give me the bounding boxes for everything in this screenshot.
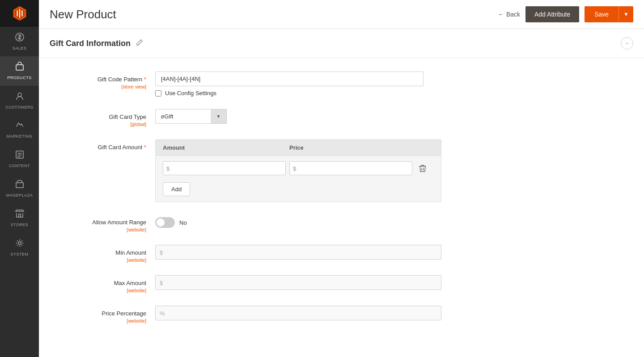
- sidebar-item-marketing-label: MARKETING: [6, 134, 32, 139]
- sidebar-item-system[interactable]: SYSTEM: [0, 233, 39, 262]
- svg-point-4: [18, 242, 21, 244]
- collapse-section-button[interactable]: −: [621, 37, 633, 50]
- gift-card-type-label-group: Gift Card Type [global]: [57, 109, 155, 127]
- price-percentage-scope: [website]: [57, 318, 146, 323]
- svg-rect-1: [16, 65, 23, 70]
- gift-card-type-scope: [global]: [57, 122, 146, 127]
- gift-card-amount-row: Gift Card Amount Amount Price $: [57, 139, 626, 202]
- gift-card-type-label: Gift Card Type: [109, 113, 146, 120]
- sidebar-item-products[interactable]: PRODUCTS: [0, 56, 39, 86]
- sidebar-item-products-label: PRODUCTS: [7, 76, 32, 80]
- min-amount-label: Min Amount: [115, 249, 146, 256]
- content-icon: [15, 150, 25, 162]
- sidebar-item-stores[interactable]: STORES: [0, 203, 39, 233]
- sidebar-item-customers[interactable]: CUSTOMERS: [0, 86, 39, 115]
- min-amount-scope: [website]: [57, 257, 146, 263]
- price-input-1[interactable]: [289, 161, 412, 175]
- sidebar-item-mageplaza[interactable]: MAGEPLAZA: [0, 174, 39, 203]
- save-dropdown-button[interactable]: ▼: [619, 6, 633, 22]
- min-amount-label-group: Min Amount [website]: [57, 245, 155, 263]
- pencil-icon: [136, 39, 143, 46]
- svg-point-2: [18, 93, 21, 97]
- amount-table-body: $ $: [156, 156, 441, 202]
- page-content: Gift Card Information − Gift Code Patter…: [39, 29, 644, 357]
- add-amount-button[interactable]: Add: [163, 182, 190, 196]
- section-title-group: Gift Card Information: [50, 39, 143, 48]
- sidebar-item-sales-label: SALES: [13, 46, 27, 51]
- min-amount-input-wrapper: $: [155, 245, 441, 260]
- price-percentage-input[interactable]: [155, 306, 441, 320]
- sidebar-item-mageplaza-label: MAGEPLAZA: [6, 193, 33, 198]
- min-amount-field: $: [155, 245, 626, 260]
- price-percentage-row: Price Percentage [website] %: [57, 306, 626, 323]
- max-amount-input-wrapper: $: [155, 275, 441, 290]
- max-amount-label: Max Amount: [114, 280, 146, 286]
- sidebar-item-content[interactable]: CONTENT: [0, 144, 39, 174]
- max-amount-row: Max Amount [website] $: [57, 275, 626, 293]
- edit-section-button[interactable]: [136, 39, 143, 48]
- delete-amount-row-1-button[interactable]: [416, 162, 429, 175]
- use-config-checkbox[interactable]: [155, 90, 161, 97]
- use-config-row: Use Config Settings: [155, 90, 626, 97]
- gift-card-amount-field: Amount Price $ $: [155, 139, 626, 202]
- amount-table: Amount Price $ $: [155, 139, 441, 202]
- main-area: New Product ← Back Add Attribute Save ▼ …: [39, 0, 644, 357]
- sidebar: SALES PRODUCTS CUSTOMERS MARKETING CONTE…: [0, 0, 39, 357]
- amount-col-header: Amount: [163, 144, 286, 151]
- sidebar-item-content-label: CONTENT: [9, 164, 30, 168]
- page-header: New Product ← Back Add Attribute Save ▼: [39, 0, 644, 29]
- price-percentage-label-group: Price Percentage [website]: [57, 306, 155, 323]
- price-col-header: Price: [289, 144, 412, 151]
- add-attribute-button[interactable]: Add Attribute: [525, 6, 579, 22]
- gift-code-pattern-scope: [store view]: [57, 84, 146, 89]
- amount-input-1[interactable]: [163, 161, 286, 175]
- sidebar-item-marketing[interactable]: MARKETING: [0, 115, 39, 144]
- back-arrow-icon: ←: [498, 11, 504, 18]
- header-actions: ← Back Add Attribute Save ▼: [498, 6, 633, 22]
- gift-card-type-row: Gift Card Type [global] Virtual Physical…: [57, 109, 626, 127]
- use-config-label[interactable]: Use Config Settings: [165, 90, 216, 97]
- min-amount-input[interactable]: [155, 245, 441, 260]
- gift-card-amount-label-group: Gift Card Amount: [57, 139, 155, 151]
- toggle-text: No: [179, 219, 187, 226]
- gift-code-pattern-input[interactable]: [155, 71, 424, 86]
- gift-card-amount-label: Gift Card Amount: [98, 144, 146, 151]
- gift-card-type-field: Virtual Physical Combined eGift ▼: [155, 109, 626, 124]
- sidebar-item-system-label: SYSTEM: [10, 252, 28, 257]
- price-percentage-field: %: [155, 306, 626, 320]
- section-title: Gift Card Information: [50, 39, 131, 48]
- amount-table-header: Amount Price: [156, 140, 441, 156]
- allow-amount-range-scope: [website]: [57, 227, 146, 232]
- toggle-slider: [155, 217, 175, 228]
- sales-icon: [15, 32, 25, 44]
- amount-input-wrapper-1: $: [163, 161, 286, 175]
- allow-amount-range-toggle[interactable]: [155, 217, 175, 228]
- section-header: Gift Card Information −: [39, 29, 644, 58]
- max-amount-field: $: [155, 275, 626, 290]
- sidebar-item-sales[interactable]: SALES: [0, 27, 39, 56]
- sidebar-item-stores-label: STORES: [11, 223, 29, 227]
- chevron-down-icon: ▼: [623, 11, 629, 17]
- price-percentage-label: Price Percentage: [102, 310, 146, 317]
- min-amount-row: Min Amount [website] $: [57, 245, 626, 263]
- trash-icon: [419, 164, 426, 172]
- gift-card-type-select[interactable]: Virtual Physical Combined eGift: [155, 109, 227, 124]
- gift-card-type-select-wrapper: Virtual Physical Combined eGift ▼: [155, 109, 227, 124]
- max-amount-scope: [website]: [57, 288, 146, 293]
- save-button[interactable]: Save: [585, 6, 619, 22]
- gift-code-pattern-field: Use Config Settings: [155, 71, 626, 97]
- page-title: New Product: [50, 8, 116, 21]
- sidebar-item-customers-label: CUSTOMERS: [6, 105, 34, 110]
- save-button-group: Save ▼: [585, 6, 633, 22]
- toggle-wrapper: No: [155, 214, 626, 228]
- gift-code-pattern-label: Gift Code Pattern: [97, 76, 146, 83]
- add-amount-row-area: Add: [163, 179, 434, 196]
- marketing-icon: [15, 120, 25, 132]
- price-input-wrapper-1: $: [289, 161, 412, 175]
- max-amount-input[interactable]: [155, 275, 441, 290]
- mageplaza-icon: [15, 179, 25, 191]
- products-icon: [15, 62, 25, 74]
- allow-amount-range-label: Allow Amount Range: [92, 219, 146, 226]
- customers-icon: [15, 91, 25, 103]
- back-button[interactable]: ← Back: [498, 11, 520, 18]
